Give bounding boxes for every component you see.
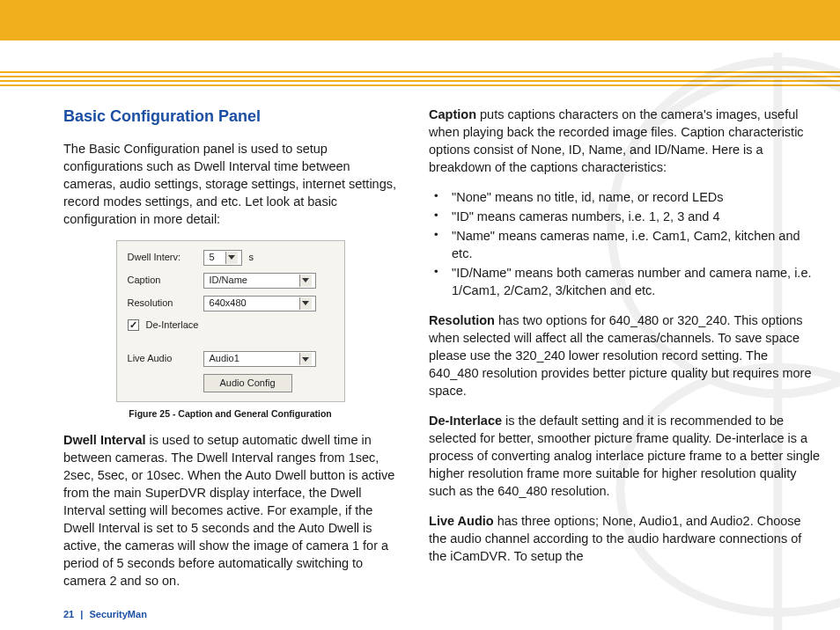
deinterlace-label: De-Interlace: [146, 319, 199, 332]
chevron-down-icon: [225, 252, 238, 264]
list-item: "Name" means cameras name, i.e. Cam1, Ca…: [429, 227, 821, 262]
caption-value: ID/Name: [210, 274, 247, 287]
dwell-term: Dwell Interval: [63, 433, 145, 447]
list-item: "ID/Name" means both cameras number and …: [429, 264, 821, 299]
deinterlace-checkbox[interactable]: [128, 319, 139, 331]
caption-label: Caption: [128, 274, 196, 287]
deinterlace-term: De-Interlace: [429, 414, 502, 428]
resolution-term: Resolution: [429, 313, 495, 327]
live-audio-label: Live Audio: [128, 352, 196, 365]
dwell-body: is used to setup automatic dwell time in…: [63, 433, 394, 588]
live-audio-value: Audio1: [210, 352, 239, 365]
footer-brand: SecurityMan: [89, 609, 146, 619]
liveaudio-paragraph: Live Audio has three options; None, Audi…: [429, 512, 821, 565]
chevron-down-icon: [299, 297, 312, 310]
dwell-paragraph: Dwell Interval is used to setup automati…: [63, 431, 397, 590]
chevron-down-icon: [299, 275, 312, 287]
resolution-paragraph: Resolution has two options for 640_480 o…: [429, 311, 821, 399]
caption-select[interactable]: ID/Name: [203, 273, 316, 289]
liveaudio-term: Live Audio: [429, 514, 494, 528]
caption-paragraph: Caption puts captions characters on the …: [429, 106, 821, 176]
footer-separator: |: [77, 609, 86, 619]
page-footer: 21 | SecurityMan: [63, 609, 147, 619]
right-column: Caption puts captions characters on the …: [429, 106, 821, 595]
intro-paragraph: The Basic Configuration panel is used to…: [63, 140, 397, 228]
dwell-select[interactable]: 5: [203, 250, 242, 266]
resolution-select[interactable]: 640x480: [203, 296, 316, 311]
resolution-label: Resolution: [128, 297, 196, 310]
page-number: 21: [63, 609, 74, 619]
figure-25: Dwell Interv: 5 s Caption ID/Name: [63, 240, 397, 421]
live-audio-select[interactable]: Audio1: [203, 351, 316, 367]
audio-config-button[interactable]: Audio Config: [203, 374, 292, 392]
caption-bullets: "None" means no title, id, name, or reco…: [429, 188, 821, 299]
section-title: Basic Configuration Panel: [63, 106, 397, 128]
deinterlace-paragraph: De-Interlace is the default setting and …: [429, 412, 821, 500]
list-item: "ID" means cameras numbers, i.e. 1, 2, 3…: [429, 208, 821, 225]
caption-body: puts captions characters on the camera's…: [429, 107, 804, 174]
config-panel-figure: Dwell Interv: 5 s Caption ID/Name: [116, 240, 345, 402]
dwell-value: 5: [210, 251, 215, 264]
caption-term: Caption: [429, 107, 476, 121]
dwell-unit: s: [249, 251, 254, 264]
left-column: Basic Configuration Panel The Basic Conf…: [63, 106, 397, 595]
resolution-value: 640x480: [210, 297, 247, 310]
chevron-down-icon: [299, 353, 312, 365]
list-item: "None" means no title, id, name, or reco…: [429, 188, 821, 206]
dwell-label: Dwell Interv:: [128, 251, 196, 264]
figure-caption: Figure 25 - Caption and General Configur…: [63, 407, 397, 420]
content-columns: Basic Configuration Panel The Basic Conf…: [63, 106, 821, 595]
header-stripes: [0, 71, 840, 91]
header-band: [0, 0, 840, 40]
